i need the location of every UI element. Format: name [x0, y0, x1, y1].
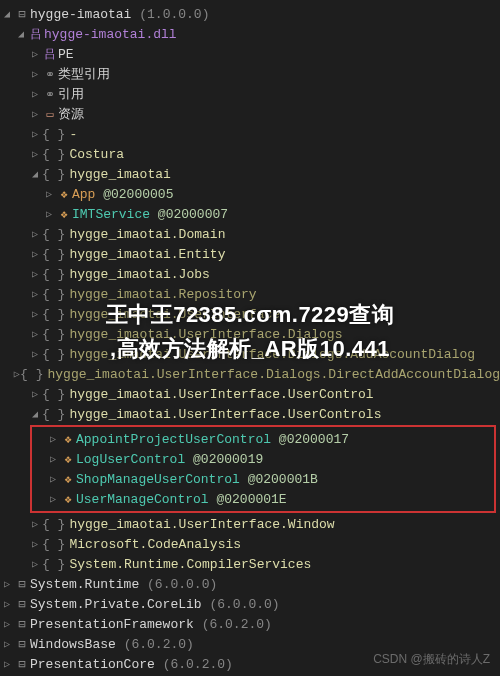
chevron-right-icon: ▷ — [28, 308, 42, 320]
typerefs-label: 类型引用 — [58, 65, 110, 83]
class-app[interactable]: ▷ ❖ App @02000005 — [0, 184, 500, 204]
ns-directadd[interactable]: ▷{ }hygge_imaotai.UserInterface.Dialogs.… — [0, 364, 500, 384]
ns-window[interactable]: ▷{ }hygge_imaotai.UserInterface.Window — [0, 514, 500, 534]
ns-costura[interactable]: ▷ { } Costura — [0, 144, 500, 164]
chevron-down-icon: ◢ — [28, 408, 42, 420]
refs-node[interactable]: ▷ ⚭ 引用 — [0, 84, 500, 104]
chevron-right-icon: ▷ — [28, 128, 42, 140]
ns-srcs[interactable]: ▷{ }System.Runtime.CompilerServices — [0, 554, 500, 574]
chevron-right-icon: ▷ — [46, 453, 60, 465]
ns-repo[interactable]: ▷{ }hygge_imaotai.Repository — [0, 284, 500, 304]
braces-icon: { } — [42, 167, 65, 182]
asm-root[interactable]: ◢ ⊟ hygge-imaotai (1.0.0.0) — [0, 4, 500, 24]
class-icon: ❖ — [56, 207, 72, 222]
ns-jobs[interactable]: ▷{ }hygge_imaotai.Jobs — [0, 264, 500, 284]
chevron-right-icon: ▷ — [28, 268, 42, 280]
ns-dash[interactable]: ▷ { } - — [0, 124, 500, 144]
braces-icon: { } — [42, 387, 65, 402]
assembly-icon: ⊟ — [14, 637, 30, 652]
asm-sr[interactable]: ▷⊟System.Runtime (6.0.0.0) — [0, 574, 500, 594]
chevron-right-icon: ▷ — [28, 68, 42, 80]
class-shop[interactable]: ▷ ❖ ShopManageUserControl @0200001B — [32, 469, 494, 489]
dll-name: hygge-imaotai.dll — [44, 27, 177, 42]
assembly-icon: ⊟ — [14, 597, 30, 612]
class-user[interactable]: ▷ ❖ UserManageControl @0200001E — [32, 489, 494, 509]
braces-icon: { } — [42, 557, 65, 572]
ns-uc1[interactable]: ▷{ }hygge_imaotai.UserInterface.UserCont… — [0, 384, 500, 404]
tree-view: ◢ ⊟ hygge-imaotai (1.0.0.0) ◢ 吕 hygge-im… — [0, 0, 500, 676]
braces-icon: { } — [42, 537, 65, 552]
ns-dialogs[interactable]: ▷{ }hygge_imaotai.UserInterface.Dialogs — [0, 324, 500, 344]
ns-main[interactable]: ◢ { } hygge_imaotai — [0, 164, 500, 184]
pe-node[interactable]: ▷ 吕 PE — [0, 44, 500, 64]
chevron-down-icon: ◢ — [0, 8, 14, 20]
link-icon: ⚭ — [42, 67, 58, 82]
asm-spcl[interactable]: ▷⊟System.Private.CoreLib (6.0.0.0) — [0, 594, 500, 614]
chevron-right-icon: ▷ — [0, 658, 14, 670]
chevron-right-icon: ▷ — [28, 228, 42, 240]
ns-msca[interactable]: ▷{ }Microsoft.CodeAnalysis — [0, 534, 500, 554]
chevron-right-icon: ▷ — [28, 518, 42, 530]
resources-label: 资源 — [58, 105, 84, 123]
braces-icon: { } — [42, 147, 65, 162]
chevron-right-icon: ▷ — [46, 493, 60, 505]
ns-adddlg[interactable]: ▷{ }hygge_imaotai.UserInterface.Dialogs.… — [0, 344, 500, 364]
class-appoint[interactable]: ▷ ❖ AppointProjectUserControl @02000017 — [32, 429, 494, 449]
chevron-right-icon: ▷ — [0, 638, 14, 650]
class-icon: ❖ — [56, 187, 72, 202]
assembly-icon: ⊟ — [14, 7, 30, 22]
chevron-right-icon: ▷ — [28, 108, 42, 120]
resources-node[interactable]: ▷ ▭ 资源 — [0, 104, 500, 124]
typerefs-node[interactable]: ▷ ⚭ 类型引用 — [0, 64, 500, 84]
chevron-right-icon: ▷ — [28, 248, 42, 260]
class-icon: ❖ — [60, 492, 76, 507]
chevron-right-icon: ▷ — [28, 88, 42, 100]
braces-icon: { } — [42, 517, 65, 532]
chevron-right-icon: ▷ — [42, 208, 56, 220]
chevron-down-icon: ◢ — [14, 28, 28, 40]
dll-node[interactable]: ◢ 吕 hygge-imaotai.dll — [0, 24, 500, 44]
braces-icon: { } — [42, 407, 65, 422]
chevron-right-icon: ▷ — [28, 328, 42, 340]
braces-icon: { } — [42, 227, 65, 242]
ns-ui[interactable]: ▷{ }hygge_imaotai.UserInterface — [0, 304, 500, 324]
class-icon: ❖ — [60, 472, 76, 487]
ns-uc2[interactable]: ◢{ }hygge_imaotai.UserInterface.UserCont… — [0, 404, 500, 424]
assembly-icon: ⊟ — [14, 657, 30, 672]
chevron-right-icon: ▷ — [0, 578, 14, 590]
chevron-right-icon: ▷ — [13, 368, 20, 380]
braces-icon: { } — [42, 287, 65, 302]
ns-entity[interactable]: ▷{ }hygge_imaotai.Entity — [0, 244, 500, 264]
asm-pf[interactable]: ▷⊟PresentationFramework (6.0.2.0) — [0, 614, 500, 634]
folder-icon: ▭ — [42, 107, 58, 122]
class-log[interactable]: ▷ ❖ LogUserControl @02000019 — [32, 449, 494, 469]
pe-icon: 吕 — [42, 46, 58, 63]
class-icon: ❖ — [60, 432, 76, 447]
pe-label: PE — [58, 47, 74, 62]
chevron-right-icon: ▷ — [28, 538, 42, 550]
chevron-right-icon: ▷ — [46, 473, 60, 485]
ns-domain[interactable]: ▷{ }hygge_imaotai.Domain — [0, 224, 500, 244]
braces-icon: { } — [42, 267, 65, 282]
braces-icon: { } — [20, 367, 43, 382]
chevron-down-icon: ◢ — [28, 168, 42, 180]
braces-icon: { } — [42, 327, 65, 342]
assembly-icon: ⊟ — [14, 617, 30, 632]
chevron-right-icon: ▷ — [0, 618, 14, 630]
chevron-right-icon: ▷ — [28, 558, 42, 570]
link-icon: ⚭ — [42, 87, 58, 102]
assembly-icon: ⊟ — [14, 577, 30, 592]
module-icon: 吕 — [28, 26, 44, 43]
chevron-right-icon: ▷ — [42, 188, 56, 200]
braces-icon: { } — [42, 347, 65, 362]
chevron-right-icon: ▷ — [28, 348, 42, 360]
chevron-right-icon: ▷ — [28, 148, 42, 160]
chevron-right-icon: ▷ — [28, 48, 42, 60]
chevron-right-icon: ▷ — [46, 433, 60, 445]
chevron-right-icon: ▷ — [28, 388, 42, 400]
asm-name: hygge-imaotai — [30, 7, 131, 22]
braces-icon: { } — [42, 127, 65, 142]
watermark: CSDN @搬砖的诗人Z — [373, 651, 490, 668]
refs-label: 引用 — [58, 85, 84, 103]
class-imtservice[interactable]: ▷ ❖ IMTService @02000007 — [0, 204, 500, 224]
